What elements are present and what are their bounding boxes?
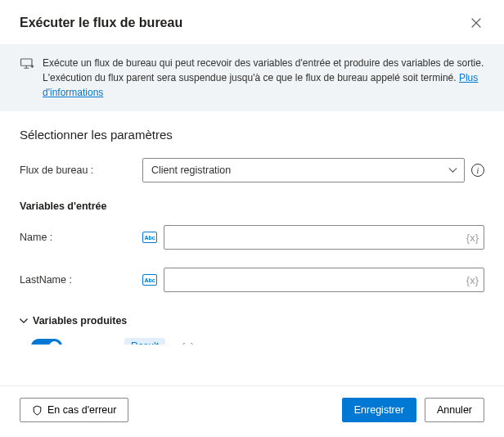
variable-picker-icon[interactable]: {x} [466, 232, 479, 244]
variable-picker-icon[interactable]: {x} [466, 274, 479, 286]
on-error-button[interactable]: En cas d'erreur [20, 398, 128, 422]
produced-var-row: Result {x} [20, 338, 484, 345]
flow-select-row: Flux de bureau : Client registration i [20, 158, 484, 182]
chevron-down-icon [448, 164, 457, 176]
text-type-icon: Abc [142, 274, 157, 286]
input-lastname-wrapper: {x} [164, 268, 484, 292]
dialog-footer: En cas d'erreur Enregistrer Annuler [0, 386, 504, 437]
close-icon [471, 18, 481, 28]
input-name-wrapper: {x} [164, 225, 484, 250]
cancel-button[interactable]: Annuler [425, 398, 484, 422]
section-title: Sélectionner les paramètres [20, 128, 484, 142]
on-error-label: En cas d'erreur [47, 404, 116, 416]
input-label: LastName : [20, 274, 142, 286]
input-row-name: Name : Abc {x} [20, 225, 484, 250]
input-row-lastname: LastName : Abc {x} [20, 268, 484, 292]
flow-select-label: Flux de bureau : [20, 164, 142, 176]
variable-braces-icon: {x} [182, 340, 194, 345]
cancel-label: Annuler [437, 404, 472, 416]
flow-icon [20, 56, 34, 71]
chevron-down-icon [20, 315, 28, 327]
inputs-subtitle: Variables d'entrée [20, 200, 484, 212]
produced-vars-title: Variables produites [33, 315, 127, 327]
name-input[interactable] [173, 226, 461, 249]
dialog-header: Exécuter le flux de bureau [0, 0, 504, 44]
close-button[interactable] [465, 11, 488, 34]
info-description: Exécute un flux de bureau qui peut recev… [43, 57, 484, 83]
dialog-title: Exécuter le flux de bureau [20, 16, 182, 30]
toggle-knob [49, 341, 60, 345]
lastname-input[interactable] [173, 268, 461, 291]
svg-rect-0 [21, 59, 33, 65]
text-type-icon: Abc [142, 232, 157, 243]
flow-info-button[interactable]: i [471, 164, 484, 177]
save-label: Enregistrer [354, 404, 404, 416]
produced-var-toggle[interactable] [31, 339, 62, 345]
info-text: Exécute un flux de bureau qui peut recev… [43, 56, 484, 100]
save-button[interactable]: Enregistrer [342, 398, 416, 422]
produced-vars-toggle[interactable]: Variables produites [20, 315, 484, 327]
flow-select[interactable]: Client registration [142, 158, 465, 182]
flow-select-value: Client registration [151, 164, 231, 176]
dialog-content: Sélectionner les paramètres Flux de bure… [0, 111, 504, 345]
info-banner: Exécute un flux de bureau qui peut recev… [0, 44, 504, 111]
input-label: Name : [20, 232, 142, 243]
shield-icon [32, 405, 43, 416]
produced-var-badge[interactable]: Result [124, 338, 165, 345]
